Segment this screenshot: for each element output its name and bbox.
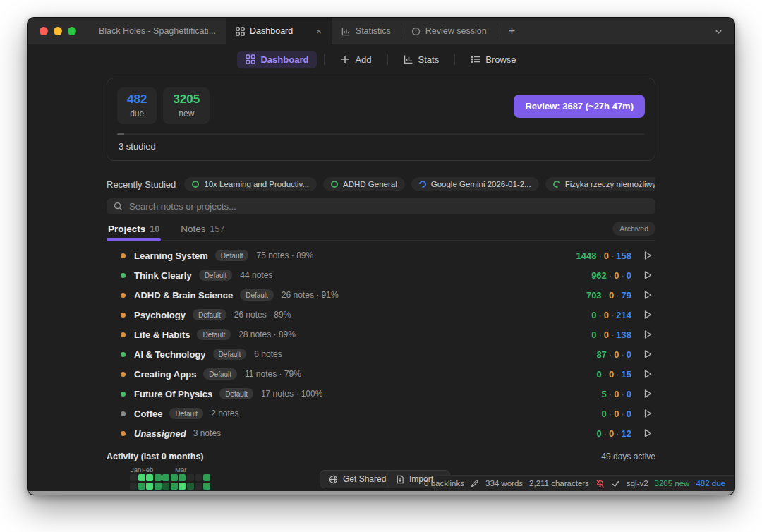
tab-statistics[interactable]: Statistics	[332, 18, 401, 44]
due-count: 158	[616, 250, 631, 261]
count-separator: ·	[602, 428, 609, 439]
heatmap-month-label: Mar	[175, 466, 186, 473]
project-meta: 2 notes	[211, 409, 238, 418]
heatmap-cell	[171, 483, 178, 490]
play-icon[interactable]	[640, 428, 655, 438]
character-count[interactable]: 2,211 characters	[529, 479, 589, 488]
tab-review-session[interactable]: Review session	[401, 18, 497, 44]
tab-notes-label: Notes	[181, 224, 205, 234]
status-new-count[interactable]: 3205 new	[655, 479, 690, 488]
play-icon[interactable]	[640, 409, 655, 418]
nav-add[interactable]: Add	[332, 51, 380, 68]
project-row[interactable]: Creating AppsDefault11 notes · 79%0·0·15	[107, 364, 655, 384]
tab-projects-label: Projects	[108, 224, 145, 234]
new-count: 0	[596, 369, 601, 380]
minimize-window-button[interactable]	[54, 27, 62, 35]
recent-note-pill[interactable]: 10x Learning and Productiv...	[184, 177, 317, 191]
project-name: Think Clearly	[134, 270, 192, 281]
heatmap-cell	[179, 483, 186, 490]
status-due-count[interactable]: 482 due	[696, 479, 725, 488]
project-row[interactable]: AI & TechnologyDefault6 notes87·0·0	[107, 344, 655, 364]
due-count: 0	[627, 270, 631, 281]
project-meta: 26 notes · 91%	[282, 290, 339, 300]
close-window-button[interactable]	[40, 27, 48, 35]
play-icon[interactable]	[640, 330, 655, 339]
heatmap-month-label: Jan	[131, 466, 141, 473]
project-counts: 0·0·12	[596, 428, 631, 439]
heatmap-cell	[162, 483, 169, 490]
play-icon[interactable]	[640, 369, 655, 379]
tab-dashboard[interactable]: Dashboard ×	[226, 18, 332, 44]
learning-count: 0	[604, 310, 609, 320]
check-icon[interactable]	[611, 479, 620, 488]
search-input[interactable]	[129, 201, 648, 212]
project-row[interactable]: Life & HabitsDefault28 notes · 89%0·0·13…	[107, 325, 655, 344]
project-counts: 703·0·79	[586, 290, 631, 301]
progress-ring-icon	[418, 179, 428, 189]
project-meta: 17 notes · 100%	[261, 389, 322, 399]
backlinks-count[interactable]: 0 backlinks	[424, 479, 464, 488]
tab-projects[interactable]: Projects 10	[107, 221, 161, 240]
recent-note-pill[interactable]: Fizyka rzeczy niemożliwyc...	[545, 177, 655, 191]
project-row[interactable]: Future Of PhysicsDefault17 notes · 100%5…	[107, 384, 655, 404]
engine-version[interactable]: sql-v2	[627, 479, 648, 488]
project-status-dot	[121, 352, 126, 357]
project-row[interactable]: Unassigned3 notes0·0·12	[107, 423, 655, 443]
heatmap-cell	[130, 474, 137, 481]
project-row[interactable]: Learning SystemDefault75 notes · 89%1448…	[107, 246, 655, 265]
new-count: 1448	[576, 250, 596, 261]
play-icon[interactable]	[640, 290, 655, 300]
nav-dashboard[interactable]: Dashboard	[237, 51, 317, 68]
project-name: Creating Apps	[134, 369, 196, 380]
nav-stats[interactable]: Stats	[395, 51, 448, 68]
project-counts: 87·0·0	[596, 349, 631, 360]
pencil-icon[interactable]	[471, 479, 479, 488]
project-name: ADHD & Brain Science	[134, 290, 233, 301]
play-icon[interactable]	[640, 310, 655, 320]
project-row[interactable]: CoffeeDefault2 notes0·0·0	[107, 404, 655, 423]
count-separator: ·	[602, 290, 609, 301]
play-icon[interactable]	[640, 349, 655, 359]
recent-note-pill[interactable]: Google Gemini 2026-01-2...	[411, 177, 539, 191]
nav-browse[interactable]: Browse	[462, 51, 524, 68]
word-count[interactable]: 334 words	[485, 479, 523, 488]
tab-notes-count: 157	[210, 224, 224, 234]
project-row[interactable]: ADHD & Brain ScienceDefault26 notes · 91…	[107, 285, 655, 305]
heatmap-cell	[187, 474, 194, 481]
heatmap-cell	[187, 483, 194, 490]
project-row[interactable]: PsychologyDefault26 notes · 89%0·0·214	[107, 305, 655, 325]
project-name: Coffee	[134, 409, 162, 419]
project-row[interactable]: Think ClearlyDefault44 notes962·0·0	[107, 265, 655, 285]
count-separator: ·	[607, 389, 614, 399]
project-counts: 0·0·138	[591, 330, 631, 340]
project-meta: 6 notes	[254, 349, 282, 359]
archived-button[interactable]: Archived	[612, 222, 655, 236]
tab-note-label: Black Holes - Spaghettificati...	[99, 26, 216, 36]
zoom-window-button[interactable]	[68, 27, 76, 35]
tab-statistics-label: Statistics	[356, 26, 391, 36]
recently-studied-label: Recently Studied	[107, 179, 176, 190]
close-tab-icon[interactable]: ×	[316, 26, 322, 37]
days-active: 49 days active	[601, 452, 655, 461]
project-counts: 0·0·0	[602, 409, 631, 419]
project-name: Future Of Physics	[134, 389, 212, 399]
new-tab-button[interactable]: +	[497, 18, 526, 44]
review-button[interactable]: Review: 3687 (~27h 47m)	[514, 95, 645, 118]
project-status-dot	[121, 431, 126, 436]
get-shared-button[interactable]: Get Shared	[320, 470, 395, 488]
chevron-down-icon[interactable]	[703, 18, 734, 44]
sync-disabled-icon[interactable]	[595, 479, 605, 488]
project-name: Psychology	[134, 310, 186, 320]
play-icon[interactable]	[640, 270, 655, 280]
play-icon[interactable]	[640, 250, 655, 260]
plus-icon	[340, 54, 350, 64]
recent-note-pill[interactable]: ADHD General	[323, 177, 405, 191]
count-separator: ·	[609, 250, 616, 261]
heatmap-cell	[179, 474, 186, 481]
tab-note[interactable]: Black Holes - Spaghettificati...	[89, 18, 226, 44]
play-icon[interactable]	[640, 389, 655, 399]
default-badge: Default	[240, 289, 274, 301]
project-name: Life & Habits	[134, 330, 190, 340]
tab-notes[interactable]: Notes 157	[179, 221, 226, 240]
count-separator: ·	[609, 330, 616, 340]
